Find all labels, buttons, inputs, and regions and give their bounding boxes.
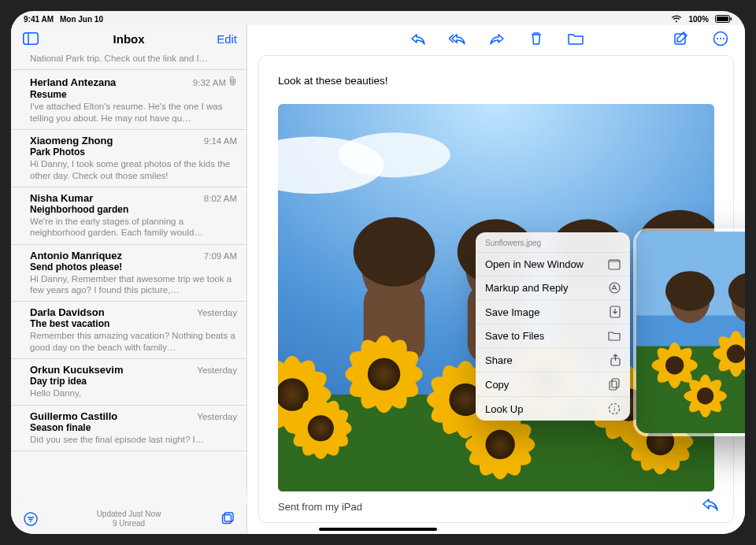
menu-item-label: Share — [485, 354, 610, 366]
status-bar: 9:41 AM Mon Jun 10 100% — [11, 11, 745, 25]
message-preview: National Park trip. Check out the link a… — [30, 53, 237, 64]
battery-text: 100% — [688, 15, 709, 24]
menu-item-look-up[interactable]: Look Upi — [476, 396, 630, 421]
copy-icon — [609, 378, 621, 391]
edit-button[interactable]: Edit — [217, 32, 237, 46]
svg-rect-1 — [717, 17, 728, 21]
unread-count: 9 Unread — [41, 519, 217, 528]
reply-icon[interactable] — [408, 28, 428, 49]
timestamp: 9:14 AM — [204, 136, 237, 146]
svg-rect-10 — [224, 513, 233, 521]
move-icon[interactable] — [565, 28, 586, 49]
sender: Orkun Kucuksevim — [30, 364, 191, 376]
compose-icon[interactable] — [671, 28, 691, 49]
reply-all-icon[interactable] — [447, 28, 468, 49]
menu-item-open-in-new-window[interactable]: Open in New Window — [476, 252, 630, 276]
subject: Season finale — [30, 422, 237, 433]
message-preview: Hi Danny, Remember that awesome trip we … — [30, 273, 237, 296]
message-preview: Hello Danny, — [30, 387, 237, 399]
menu-item-copy[interactable]: Copy — [476, 372, 630, 396]
sender: Xiaomeng Zhong — [30, 135, 198, 146]
list-item[interactable]: Xiaomeng Zhong9:14 AMPark PhotosHi Danny… — [11, 130, 246, 187]
window-icon — [608, 259, 621, 270]
timestamp: 7:09 AM — [204, 251, 237, 261]
wifi-icon — [671, 15, 682, 23]
message-content-pane: Look at these beauties! — [247, 25, 745, 534]
context-menu-title: Sunflowers.jpeg — [476, 232, 630, 252]
timestamp: Yesterday — [197, 412, 237, 421]
menu-item-save-image[interactable]: Save Image — [476, 299, 630, 324]
menu-item-markup-and-reply[interactable]: Markup and Reply — [476, 276, 630, 299]
down-icon — [610, 306, 621, 318]
svg-point-27 — [354, 217, 435, 287]
menu-item-label: Save to Files — [485, 330, 608, 342]
subject: The best vacation — [30, 318, 237, 329]
attachment-context-menu: Sunflowers.jpeg Open in New WindowMarkup… — [476, 232, 630, 421]
message-preview: We're in the early stages of planning a … — [30, 216, 237, 239]
message-preview: I've attached Elton's resume. He's the o… — [30, 101, 237, 124]
trash-icon[interactable] — [526, 28, 547, 49]
markup-icon — [609, 282, 621, 294]
message-body: Look at these beauties! — [278, 75, 714, 87]
menu-item-label: Markup and Reply — [485, 282, 609, 294]
svg-rect-2 — [731, 17, 732, 20]
menu-item-label: Save Image — [485, 306, 610, 318]
list-item[interactable]: National Park trip. Check out the link a… — [11, 53, 246, 70]
menu-item-share[interactable]: Share — [476, 347, 630, 372]
forward-icon[interactable] — [487, 28, 507, 49]
sidebar-toggle-icon[interactable] — [20, 28, 41, 49]
svg-rect-3 — [24, 33, 38, 44]
svg-point-14 — [720, 38, 721, 39]
message-preview: Hi Danny, I took some great photos of th… — [30, 158, 237, 181]
timestamp: 8:02 AM — [204, 194, 237, 203]
subject: Day trip idea — [30, 376, 237, 387]
svg-point-74 — [697, 387, 713, 404]
list-item[interactable]: Antonio Manriquez7:09 AMSend photos plea… — [11, 245, 246, 302]
menu-item-save-to-files[interactable]: Save to Files — [476, 324, 630, 347]
attachment-preview-popover[interactable] — [633, 228, 745, 436]
svg-point-45 — [665, 271, 714, 311]
list-item[interactable]: Orkun KucuksevimYesterdayDay trip ideaHe… — [11, 359, 246, 405]
message-list[interactable]: National Park trip. Check out the link a… — [11, 52, 246, 502]
quick-reply-icon[interactable] — [700, 494, 721, 514]
folder-icon — [608, 331, 621, 341]
svg-point-54 — [665, 356, 684, 374]
status-time: 9:41 AM — [24, 15, 54, 24]
subject: Neighborhood garden — [30, 204, 237, 215]
sender: Darla Davidson — [30, 306, 191, 318]
update-status: Updated Just Now — [41, 510, 217, 519]
signature: Sent from my iPad — [278, 501, 714, 513]
share-icon — [610, 354, 621, 366]
mailbox-title: Inbox — [49, 32, 209, 46]
svg-point-15 — [723, 38, 724, 39]
svg-rect-9 — [223, 514, 232, 523]
list-item[interactable]: Herland Antezana9:32 AMResumeI've attach… — [11, 70, 246, 130]
more-icon[interactable] — [710, 28, 731, 49]
list-item[interactable]: Nisha Kumar8:02 AMNeighborhood gardenWe'… — [11, 187, 246, 245]
svg-point-82 — [610, 283, 620, 293]
menu-item-label: Look Up — [485, 403, 608, 415]
message-preview: Did you see the final episode last night… — [30, 434, 237, 445]
menu-item-label: Copy — [485, 379, 609, 391]
svg-rect-81 — [609, 260, 620, 262]
subject: Send photos please! — [30, 261, 237, 272]
home-indicator[interactable] — [319, 528, 437, 531]
svg-point-59 — [727, 345, 745, 363]
lookup-icon: i — [608, 402, 621, 415]
timestamp: Yesterday — [197, 308, 237, 317]
svg-point-13 — [717, 38, 718, 39]
status-date: Mon Jun 10 — [60, 15, 103, 24]
svg-rect-86 — [612, 379, 619, 387]
timestamp: 9:32 AM — [193, 78, 226, 87]
menu-item-label: Open in New Window — [485, 258, 608, 270]
message-preview: Remember this amazing vacation? Nothing … — [30, 330, 237, 353]
paperclip-icon — [229, 75, 237, 89]
svg-point-18 — [338, 132, 450, 177]
filter-icon[interactable] — [20, 509, 41, 529]
compose-stack-icon[interactable] — [217, 509, 237, 529]
svg-rect-85 — [610, 381, 617, 390]
list-item[interactable]: Guillermo CastilloYesterdaySeason finale… — [11, 406, 246, 451]
list-item[interactable]: Darla DavidsonYesterdayThe best vacation… — [11, 302, 246, 359]
timestamp: Yesterday — [197, 365, 237, 375]
sender: Nisha Kumar — [30, 192, 198, 204]
